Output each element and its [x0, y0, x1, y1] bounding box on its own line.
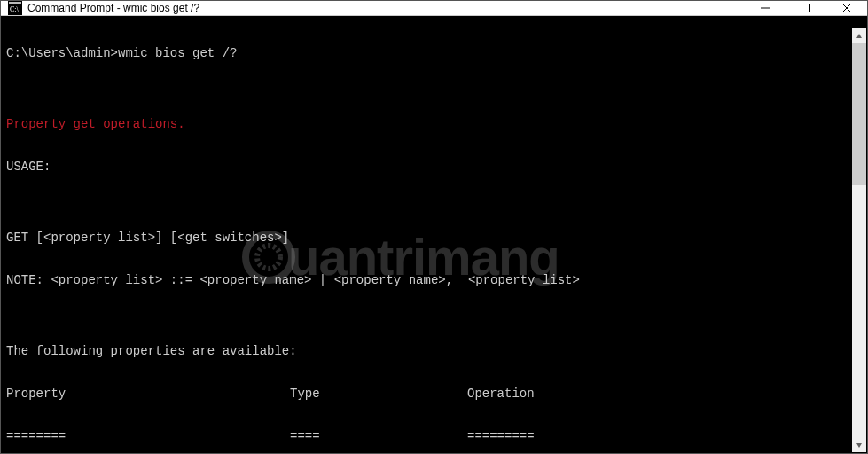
- scroll-up-button[interactable]: [852, 28, 866, 43]
- close-button[interactable]: [826, 1, 867, 15]
- window: C:\ Command Prompt - wmic bios get /? C:…: [0, 0, 868, 454]
- divider-operation: =========: [467, 429, 535, 443]
- prompt-path: C:\Users\admin>: [6, 46, 118, 60]
- scroll-down-button[interactable]: [852, 437, 866, 452]
- window-controls: [745, 1, 867, 15]
- window-title: Command Prompt - wmic bios get /?: [27, 2, 199, 14]
- get-syntax: GET [<property list>] [<get switches>]: [6, 231, 862, 245]
- header-property: Property: [6, 387, 290, 401]
- header-operation: Operation: [467, 387, 535, 401]
- svg-rect-4: [802, 4, 810, 12]
- titlebar[interactable]: C:\ Command Prompt - wmic bios get /?: [1, 1, 867, 16]
- scroll-thumb[interactable]: [852, 43, 866, 185]
- vertical-scrollbar[interactable]: [852, 28, 866, 452]
- table-divider: =====================: [6, 429, 862, 443]
- scroll-track[interactable]: [852, 43, 866, 437]
- note-syntax: NOTE: <property list> ::= <property name…: [6, 273, 862, 287]
- terminal-area[interactable]: C:\Users\admin>wmic bios get /? Property…: [1, 16, 867, 453]
- divider-property: ========: [6, 429, 290, 443]
- available-label: The following properties are available:: [6, 344, 862, 358]
- operation-message: Property get operations.: [6, 117, 862, 131]
- header-type: Type: [290, 387, 467, 401]
- svg-text:C:\: C:\: [10, 5, 20, 13]
- svg-marker-10: [856, 443, 862, 448]
- svg-marker-9: [856, 34, 862, 38]
- usage-label: USAGE:: [6, 160, 862, 174]
- svg-point-8: [257, 246, 280, 269]
- divider-type: ====: [290, 429, 467, 443]
- command-text: wmic bios get /?: [118, 46, 237, 60]
- maximize-button[interactable]: [786, 1, 826, 15]
- table-header: PropertyTypeOperation: [6, 387, 862, 401]
- minimize-button[interactable]: [745, 1, 786, 15]
- svg-rect-1: [9, 2, 21, 4]
- watermark-text: uantrimang: [288, 250, 559, 264]
- prompt-line: C:\Users\admin>wmic bios get /?: [6, 46, 862, 60]
- cmd-icon: C:\: [8, 1, 22, 15]
